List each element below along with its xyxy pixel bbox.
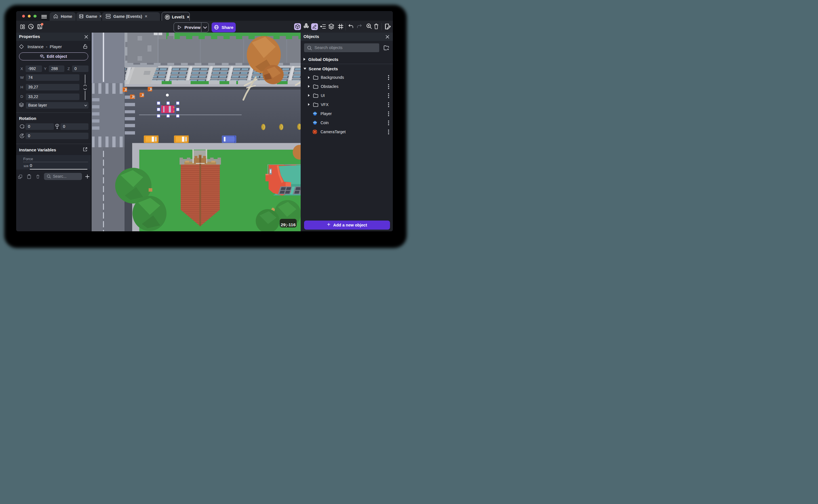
svg-text:29;-116: 29;-116 [281,222,296,227]
svg-text:3D: 3D [43,57,45,58]
